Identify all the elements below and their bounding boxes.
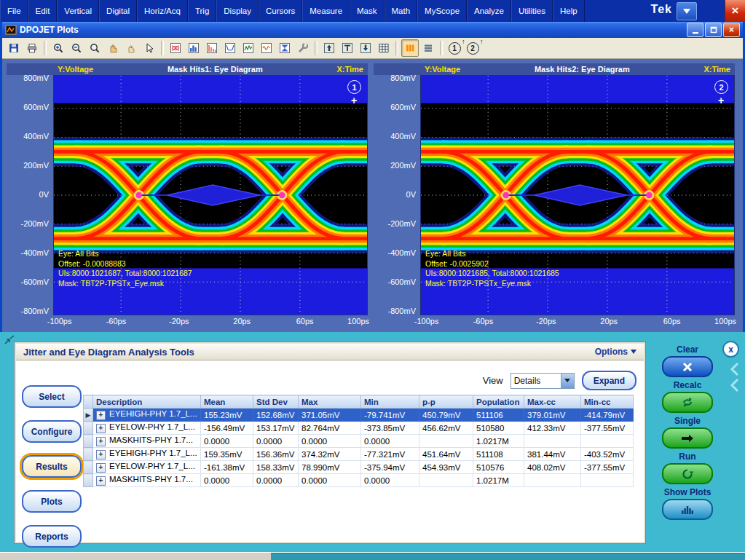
window-close-button[interactable]: × (723, 23, 740, 37)
minimize-button[interactable] (687, 23, 703, 37)
menu-display[interactable]: Display (216, 0, 259, 22)
menu-trig[interactable]: Trig (188, 0, 216, 22)
menu-dropdown-button[interactable] (677, 2, 697, 20)
col-min-cc[interactable]: Min-cc (581, 395, 634, 409)
panel-close-button[interactable]: x (722, 341, 739, 358)
split-plot-layout-icon[interactable] (419, 39, 437, 57)
expand-button[interactable]: Expand (582, 371, 636, 390)
export-up-icon[interactable] (320, 39, 338, 57)
grid-view-icon[interactable] (375, 39, 393, 57)
plot1-marker-badge[interactable]: 1 (347, 80, 361, 94)
table-row[interactable]: +EYELOW-PHY 1.7_L... -156.49mV 153.17mV … (84, 422, 634, 435)
dpojet-titlebar[interactable]: DPOJET Plots × (2, 22, 743, 38)
options-menu[interactable]: Options (595, 347, 636, 357)
single-plot-layout-icon[interactable] (401, 39, 419, 57)
panel-restore-icon[interactable] (4, 335, 15, 348)
col-p-p[interactable]: p-p (419, 395, 473, 409)
table-row[interactable]: +MASKHITS-PHY 1.7... 0.0000 0.0000 0.000… (84, 435, 634, 448)
col-description[interactable]: Description (93, 395, 201, 409)
run-button[interactable] (662, 463, 713, 484)
clear-label: Clear (677, 344, 698, 355)
nav-configure-button[interactable]: Configure (22, 420, 82, 443)
single-button[interactable] (662, 427, 713, 449)
menu-myscope[interactable]: MyScope (417, 0, 467, 22)
print-icon[interactable] (23, 39, 41, 57)
menu-vertical[interactable]: Vertical (57, 0, 99, 22)
zoom-out-icon[interactable] (68, 39, 85, 57)
col-max-cc[interactable]: Max-cc (524, 395, 581, 409)
pointer-cursor-icon[interactable] (141, 39, 158, 57)
grab-cursor-icon[interactable] (122, 39, 140, 57)
x-tick: 20ps (233, 317, 251, 326)
expand-row-icon[interactable]: + (96, 476, 106, 486)
expand-row-icon[interactable]: + (96, 463, 106, 473)
y-tick: 400mV (375, 132, 416, 141)
nav-select-button[interactable]: Select (22, 385, 82, 408)
table-row[interactable]: +EYEHIGH-PHY 1.7_L... 159.35mV 156.36mV … (84, 448, 634, 461)
expand-row-icon[interactable]: + (96, 411, 106, 420)
eye-diagram-canvas-2[interactable]: Eye: All Bits Offset: -0.0025902 UIs:800… (420, 75, 735, 315)
collapse-arrows[interactable] (729, 361, 741, 396)
nav-results-button[interactable]: Results (22, 455, 82, 478)
app-close-button[interactable]: × (725, 0, 745, 22)
restore-button[interactable] (705, 23, 722, 37)
menu-horiz-acq[interactable]: Horiz/Acq (137, 0, 188, 22)
plot2-selector-icon[interactable]: 2↑ (464, 39, 481, 57)
nav-plots-button[interactable]: Plots (22, 490, 82, 513)
waveform-plot-icon[interactable] (258, 39, 275, 57)
menu-analyze[interactable]: Analyze (467, 0, 511, 22)
zoom-box-icon[interactable] (86, 39, 103, 57)
spectrum-plot-icon[interactable] (203, 39, 221, 57)
configure-wrench-icon[interactable] (294, 39, 312, 57)
menu-measure[interactable]: Measure (302, 0, 350, 22)
bathtub-plot-icon[interactable] (221, 39, 239, 57)
col-std-dev[interactable]: Std Dev (253, 395, 299, 409)
row-selector[interactable] (84, 435, 93, 448)
menu-file[interactable]: File (0, 0, 28, 22)
expand-row-icon[interactable]: + (96, 450, 106, 460)
menu-cursors[interactable]: Cursors (259, 0, 302, 22)
trend-plot-icon[interactable] (240, 39, 257, 57)
clear-button[interactable] (662, 356, 713, 377)
pan-hand-icon[interactable] (104, 39, 122, 57)
row-selector[interactable] (84, 448, 93, 461)
row-selector[interactable]: ▶ (84, 409, 93, 422)
cell-min: 0.0000 (361, 435, 419, 448)
menu-digital[interactable]: Digital (99, 0, 137, 22)
col-population[interactable]: Population (473, 395, 524, 409)
plot-title: Mask Hits1: Eye Diagram (167, 65, 263, 74)
plot2-marker-add[interactable]: + (714, 95, 728, 106)
nav-reports-button[interactable]: Reports (22, 525, 82, 548)
mask-plot-icon[interactable] (276, 39, 293, 57)
row-selector[interactable] (84, 474, 93, 487)
menu-math[interactable]: Math (385, 0, 418, 22)
measure-baseline-icon[interactable] (339, 39, 356, 57)
row-selector[interactable] (84, 461, 93, 474)
table-row[interactable]: +MASKHITS-PHY 1.7... 0.0000 0.0000 0.000… (84, 474, 634, 487)
recalc-button[interactable] (662, 392, 713, 413)
col-max[interactable]: Max (299, 395, 361, 409)
table-row[interactable]: ▶ +EYEHIGH-PHY 1.7_L... 155.23mV 152.68m… (84, 409, 634, 422)
plot1-marker-add[interactable]: + (347, 95, 361, 106)
view-select[interactable]: Details (511, 373, 575, 389)
col-min[interactable]: Min (361, 395, 419, 409)
row-selector[interactable] (84, 422, 93, 435)
plot2-marker-badge[interactable]: 2 (714, 80, 728, 94)
histogram-plot-icon[interactable] (185, 39, 202, 57)
expand-row-icon[interactable]: + (96, 437, 106, 446)
combo-dropdown-button[interactable] (561, 374, 574, 388)
col-mean[interactable]: Mean (201, 395, 253, 409)
eye-plot-icon[interactable] (167, 39, 184, 57)
zoom-in-icon[interactable] (50, 39, 67, 57)
table-row[interactable]: +EYELOW-PHY 1.7_L... -161.38mV 158.33mV … (84, 461, 634, 474)
show-plots-button[interactable] (662, 499, 713, 520)
plot1-selector-icon[interactable]: 1↑ (446, 39, 463, 57)
eye-diagram-canvas-1[interactable]: Eye: All Bits Offset: -0.00088883 UIs:80… (53, 75, 368, 315)
menu-help[interactable]: Help (553, 0, 585, 22)
menu-edit[interactable]: Edit (28, 0, 58, 22)
expand-row-icon[interactable]: + (96, 424, 106, 433)
menu-mask[interactable]: Mask (350, 0, 384, 22)
menu-utilities[interactable]: Utilities (511, 0, 553, 22)
export-down-icon[interactable] (357, 39, 374, 57)
save-icon[interactable] (5, 39, 23, 57)
